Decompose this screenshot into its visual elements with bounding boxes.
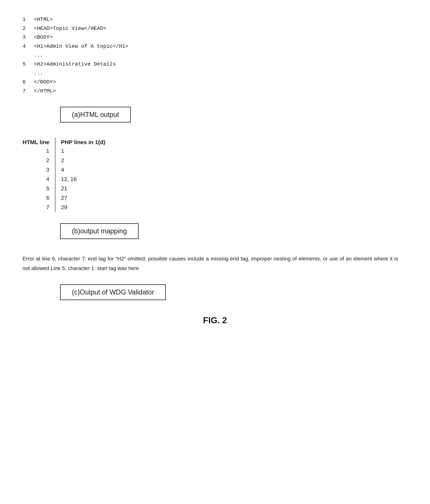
ellipsis-1: ... <box>34 51 407 60</box>
code-line-1: 1 <HTML> <box>23 15 407 24</box>
php-line-3: 4 <box>55 165 113 174</box>
html-line-6: 6 <box>23 193 55 203</box>
table-row: 3 4 <box>23 165 113 174</box>
line-num-2: 2 <box>23 24 30 33</box>
table-header-row: HTML line PHP lines in 1(d) <box>23 138 113 146</box>
table-row: 6 27 <box>23 193 113 203</box>
table-row: 7 29 <box>23 203 113 212</box>
col-header-html: HTML line <box>23 138 55 146</box>
code-line-6: 6 </BODY> <box>23 78 407 87</box>
line-num-3: 3 <box>23 33 30 42</box>
code-line-7: 7 </HTML> <box>23 87 407 96</box>
code-text-7: </HTML> <box>34 87 56 96</box>
code-text-4: <H1>Admin View of A topic</H1> <box>34 42 128 51</box>
col-header-php: PHP lines in 1(d) <box>55 138 113 146</box>
fig-label: FIG. 2 <box>23 315 407 325</box>
html-line-4: 4 <box>23 174 55 184</box>
html-line-1: 1 <box>23 146 55 156</box>
php-line-6: 27 <box>55 193 113 203</box>
error-text: Error at line 6, character 7: end tag fo… <box>23 254 398 273</box>
html-line-7: 7 <box>23 203 55 212</box>
line-num-5: 5 <box>23 60 30 69</box>
code-text-1: <HTML> <box>34 15 53 24</box>
code-text-2: <HEAD>Topic View</HEAD> <box>34 24 106 33</box>
php-line-2: 2 <box>55 156 113 165</box>
php-line-1: 1 <box>55 146 113 156</box>
code-text-3: <BODY> <box>34 33 53 42</box>
line-num-4: 4 <box>23 42 30 51</box>
php-line-5: 21 <box>55 184 113 193</box>
php-line-7: 29 <box>55 203 113 212</box>
code-line-4: 4 <H1>Admin View of A topic</H1> <box>23 42 407 51</box>
php-line-4: 12, 16 <box>55 174 113 184</box>
code-text-5: <H2>Administrative Details <box>34 60 116 69</box>
line-num-6: 6 <box>23 78 30 87</box>
html-line-5: 5 <box>23 184 55 193</box>
table-row: 2 2 <box>23 156 113 165</box>
html-line-3: 3 <box>23 165 55 174</box>
table-row: 4 12, 16 <box>23 174 113 184</box>
mapping-table: HTML line PHP lines in 1(d) 1 1 2 2 3 4 … <box>23 138 113 212</box>
caption-b: (b)output mapping <box>60 223 139 239</box>
caption-a: (a)HTML output <box>60 107 131 123</box>
html-line-2: 2 <box>23 156 55 165</box>
table-row: 5 21 <box>23 184 113 193</box>
code-block-a: 1 <HTML> 2 <HEAD>Topic View</HEAD> 3 <BO… <box>23 15 407 95</box>
caption-c: (c)Output of WDG Validator <box>60 284 166 300</box>
code-line-2: 2 <HEAD>Topic View</HEAD> <box>23 24 407 33</box>
code-line-3: 3 <BODY> <box>23 33 407 42</box>
line-num-7: 7 <box>23 87 30 96</box>
line-num-1: 1 <box>23 15 30 24</box>
table-row: 1 1 <box>23 146 113 156</box>
section-b: HTML line PHP lines in 1(d) 1 1 2 2 3 4 … <box>23 138 407 239</box>
code-text-6: </BODY> <box>34 78 56 87</box>
section-a: 1 <HTML> 2 <HEAD>Topic View</HEAD> 3 <BO… <box>23 15 407 123</box>
code-line-5: 5 <H2>Administrative Details <box>23 60 407 69</box>
section-c: Error at line 6, character 7: end tag fo… <box>23 254 407 300</box>
ellipsis-2: ... <box>34 69 407 78</box>
